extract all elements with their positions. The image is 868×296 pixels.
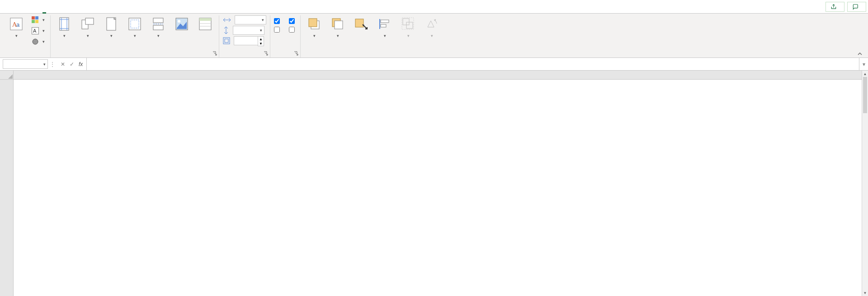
scroll-down-icon[interactable]: ▼: [862, 290, 868, 296]
spreadsheet-grid: ▲ ▼: [0, 71, 868, 296]
height-select[interactable]: ▾: [233, 26, 264, 35]
checkbox[interactable]: [289, 27, 295, 33]
svg-text:A: A: [33, 28, 37, 33]
print-titles-icon: [198, 16, 213, 32]
selection-pane-icon: [354, 16, 369, 32]
headings-view-checkbox[interactable]: [289, 18, 297, 24]
scale-spinner[interactable]: ▲▼: [258, 36, 264, 46]
fonts-button[interactable]: A ▾: [30, 26, 47, 35]
effects-button[interactable]: ▾: [30, 37, 47, 46]
margins-button[interactable]: ▾: [54, 15, 74, 39]
formula-input[interactable]: [87, 58, 859, 70]
tab-home[interactable]: [13, 0, 25, 13]
svg-rect-4: [35, 16, 38, 19]
breaks-icon: [151, 16, 166, 32]
sheet-launcher[interactable]: [293, 50, 299, 57]
tab-bar: [0, 0, 868, 14]
print-area-icon: [127, 16, 142, 32]
chevron-down-icon: ▾: [63, 33, 66, 38]
spin-down-icon[interactable]: ▼: [258, 41, 264, 46]
comment-icon: [852, 4, 859, 10]
rotate-button: ▾: [422, 15, 442, 39]
height-icon: [223, 26, 229, 34]
rotate-icon: [424, 16, 439, 32]
width-select[interactable]: ▾: [235, 15, 266, 24]
svg-rect-41: [403, 19, 409, 25]
chevron-down-icon: ▾: [863, 61, 865, 67]
colors-button[interactable]: ▾: [30, 15, 47, 24]
svg-marker-44: [428, 21, 434, 27]
fx-icon[interactable]: fx: [79, 61, 83, 67]
scale-launcher[interactable]: [263, 50, 269, 57]
share-icon: [830, 4, 837, 10]
tab-developer[interactable]: [101, 0, 114, 13]
headings-print-checkbox[interactable]: [289, 27, 297, 33]
breaks-button[interactable]: ▾: [148, 15, 168, 39]
chevron-down-icon: ▾: [134, 33, 136, 38]
orientation-icon: [80, 16, 95, 32]
chevron-down-icon: ▾: [43, 62, 46, 67]
row-headers[interactable]: [0, 80, 14, 296]
expand-formula-bar[interactable]: ▾: [859, 58, 868, 70]
background-button[interactable]: [172, 15, 192, 33]
orientation-button[interactable]: ▾: [78, 15, 98, 39]
name-box[interactable]: ▾: [3, 59, 48, 69]
align-button[interactable]: ▾: [375, 15, 395, 39]
chevron-down-icon: ▾: [407, 33, 410, 38]
page-setup-launcher[interactable]: [212, 50, 218, 57]
fonts-icon: A: [32, 27, 39, 34]
colors-icon: [32, 16, 39, 24]
tab-review[interactable]: [76, 0, 89, 13]
selection-pane-button[interactable]: [351, 15, 371, 33]
cancel-icon[interactable]: ✕: [61, 61, 65, 67]
chevron-down-icon: ▾: [42, 29, 45, 33]
tab-page-layout[interactable]: [38, 0, 51, 13]
svg-rect-6: [35, 20, 38, 23]
svg-marker-46: [8, 74, 13, 79]
checkbox[interactable]: [274, 18, 280, 24]
themes-button[interactable]: Aa ▾: [6, 15, 26, 39]
tab-help[interactable]: [114, 0, 127, 13]
gridlines-view-checkbox[interactable]: [274, 18, 282, 24]
column-headers[interactable]: [14, 71, 862, 80]
share-button[interactable]: [826, 2, 844, 12]
nav-dots[interactable]: ⋮: [48, 58, 57, 70]
scroll-up-icon[interactable]: ▲: [862, 71, 868, 77]
enter-icon[interactable]: ✓: [70, 61, 74, 67]
size-button[interactable]: ▾: [101, 15, 121, 39]
tab-file[interactable]: [0, 0, 13, 13]
send-backward-icon: [330, 16, 345, 32]
comments-button[interactable]: [847, 2, 866, 12]
gridlines-print-checkbox[interactable]: [274, 27, 282, 33]
cells-area[interactable]: [14, 80, 862, 296]
bring-forward-icon: [307, 16, 322, 32]
chevron-down-icon: ▾: [42, 18, 45, 22]
spin-up-icon[interactable]: ▲: [258, 37, 264, 41]
chevron-down-icon: ▾: [313, 33, 316, 38]
scroll-thumb[interactable]: [863, 77, 867, 113]
select-all-corner[interactable]: [0, 71, 14, 80]
checkbox[interactable]: [289, 18, 295, 24]
tab-view[interactable]: [89, 0, 101, 13]
svg-rect-31: [225, 39, 228, 43]
checkbox[interactable]: [274, 27, 280, 33]
svg-rect-27: [199, 18, 211, 21]
print-area-button[interactable]: ▾: [125, 15, 145, 39]
scale-icon: [223, 37, 230, 44]
group-page-setup: ▾ ▾ ▾ ▾ ▾: [51, 15, 219, 57]
svg-rect-35: [335, 21, 343, 29]
vertical-scrollbar[interactable]: ▲ ▼: [862, 71, 868, 296]
scroll-track[interactable]: [862, 77, 868, 290]
print-titles-button[interactable]: [195, 15, 215, 33]
tab-data[interactable]: [63, 0, 76, 13]
svg-point-9: [33, 39, 38, 44]
chevron-down-icon: ▾: [157, 33, 160, 38]
bring-forward-button[interactable]: ▾: [304, 15, 324, 39]
send-backward-button[interactable]: ▾: [328, 15, 348, 39]
tab-formulas[interactable]: [51, 0, 63, 13]
tab-insert[interactable]: [25, 0, 38, 13]
chevron-down-icon: ▾: [431, 33, 433, 38]
chevron-down-icon: ▾: [15, 33, 18, 38]
collapse-ribbon-button[interactable]: [854, 50, 865, 57]
scale-input[interactable]: ▲▼: [234, 36, 258, 45]
